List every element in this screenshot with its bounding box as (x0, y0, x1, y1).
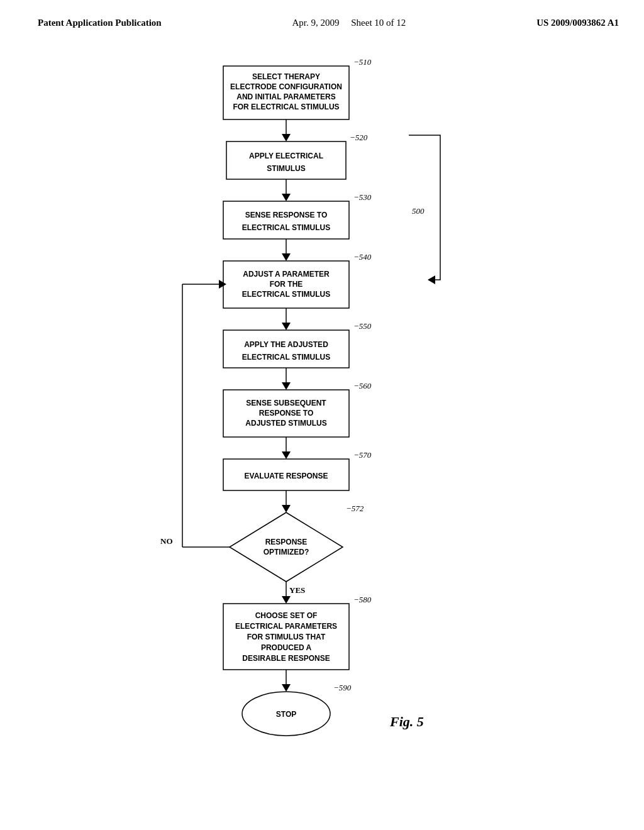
ref-510: −510 (353, 57, 372, 67)
label-580-1: CHOOSE SET OF (255, 611, 318, 620)
arrowhead-572-580 (282, 596, 291, 604)
label-580-5: DESIRABLE RESPONSE (242, 654, 330, 663)
no-label: NO (160, 536, 173, 546)
yes-label: YES (289, 585, 305, 595)
label-560-2: RESPONSE TO (259, 409, 313, 418)
label-540-3: ELECTRICAL STIMULUS (242, 290, 330, 299)
figure-label: Fig. 5 (389, 714, 424, 729)
ref-580: −580 (353, 595, 372, 604)
arrowhead-530-540 (282, 253, 291, 261)
date-sheet: Apr. 9, 2009 Sheet 10 of 12 (292, 18, 406, 28)
label-590: STOP (276, 710, 296, 719)
label-520-2: STIMULUS (267, 164, 305, 173)
ref-550: −550 (353, 321, 372, 331)
label-560-1: SENSE SUBSEQUENT (246, 399, 326, 407)
arrowhead-570-572 (282, 505, 291, 512)
ref-590: −590 (333, 683, 352, 692)
label-580-4: PRODUCED A (261, 643, 312, 652)
ref-560: −560 (353, 381, 372, 390)
patent-number: US 2009/0093862 A1 (536, 18, 619, 28)
date: Apr. 9, 2009 (292, 18, 340, 28)
flowchart-svg: SELECT THERAPY ELECTRODE CONFIGURATION A… (0, 35, 644, 802)
arrowhead-550-560 (282, 382, 291, 390)
label-540-1: ADJUST A PARAMETER (243, 270, 330, 279)
arrowhead-bracket (428, 275, 435, 284)
ref-540: −540 (353, 252, 372, 262)
label-572-2: OPTIMIZED? (264, 548, 309, 556)
arrowhead-520-530 (282, 194, 291, 201)
label-520-1: APPLY ELECTRICAL (249, 152, 323, 160)
label-530-2: ELECTRICAL STIMULUS (242, 223, 330, 232)
page-header: Patent Application Publication Apr. 9, 2… (0, 0, 644, 28)
arrowhead-580-590 (282, 684, 291, 692)
label-580-3: FOR STIMULUS THAT (247, 633, 326, 641)
label-510-2: ELECTRODE CONFIGURATION (230, 82, 342, 91)
ref-520: −520 (350, 133, 368, 142)
label-572-1: RESPONSE (265, 538, 308, 546)
label-530-1: SENSE RESPONSE TO (245, 211, 327, 219)
sheet: Sheet 10 of 12 (351, 18, 406, 28)
ref-570: −570 (353, 450, 372, 460)
label-570: EVALUATE RESPONSE (245, 472, 328, 480)
label-550-1: APPLY THE ADJUSTED (244, 340, 328, 349)
box-530 (223, 201, 349, 239)
label-510-4: FOR ELECTRICAL STIMULUS (233, 102, 339, 111)
arrowhead-560-570 (282, 451, 291, 459)
label-510-3: AND INITIAL PARAMETERS (236, 92, 336, 101)
label-510-1: SELECT THERAPY (252, 72, 320, 81)
label-550-2: ELECTRICAL STIMULUS (242, 353, 330, 362)
label-560-3: ADJUSTED STIMULUS (245, 419, 326, 428)
diagram-area: SELECT THERAPY ELECTRODE CONFIGURATION A… (0, 35, 644, 802)
label-540-2: FOR THE (270, 280, 303, 289)
arrowhead-510-520 (282, 134, 291, 141)
label-580-2: ELECTRICAL PARAMETERS (235, 622, 337, 631)
ref-572: −572 (346, 504, 364, 513)
diamond-572 (230, 512, 343, 582)
ref-500: 500 (412, 206, 425, 216)
ref-530: −530 (353, 192, 372, 202)
arrowhead-540-550 (282, 323, 291, 330)
publication-label: Patent Application Publication (38, 18, 162, 28)
